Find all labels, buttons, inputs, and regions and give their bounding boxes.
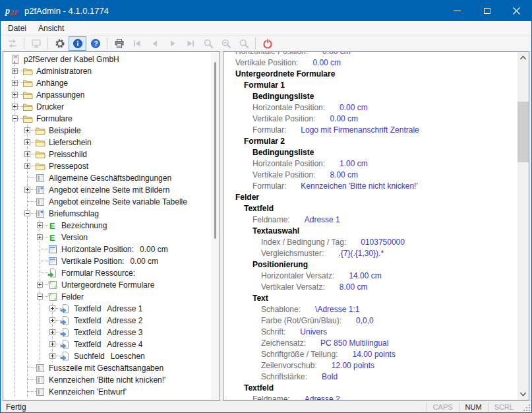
- tree-item[interactable]: Fusszeile mit Geschäftsangaben: [3, 362, 211, 374]
- detail-label: Schrift:: [261, 327, 285, 336]
- tree-item[interactable]: Formular Ressource:: [3, 267, 211, 279]
- tree-item[interactable]: Angebot einzelne Seite mit Bildern: [3, 184, 211, 196]
- expand-icon[interactable]: [37, 222, 43, 228]
- tree-item[interactable]: Anpassungen: [3, 89, 211, 101]
- tree-item[interactable]: SuchfeldLoeschen: [3, 350, 211, 362]
- tree-item-label: Bezeichnung: [61, 221, 107, 230]
- resize-grip[interactable]: [521, 402, 531, 412]
- close-button[interactable]: [502, 1, 531, 21]
- tree-item[interactable]: EBezeichnung: [3, 220, 211, 232]
- expand-icon[interactable]: [24, 187, 30, 193]
- toolbar-button-info[interactable]: [69, 36, 86, 51]
- tree-item[interactable]: Pressepost: [3, 160, 211, 172]
- scroll-down-button[interactable]: [517, 389, 529, 400]
- toolbar: ?: [1, 36, 531, 51]
- toolbar-button-help[interactable]: ?: [86, 36, 104, 51]
- toolbar-button-power[interactable]: [258, 36, 276, 51]
- detail-label: Vertikaler Versatz:: [261, 282, 325, 292]
- tree-item-label: Lieferschein: [49, 138, 92, 147]
- tree-item[interactable]: Drucker: [3, 101, 211, 113]
- toolbar-button-nav-prev[interactable]: [146, 36, 163, 51]
- toolbar-button-zoom-search[interactable]: [217, 36, 235, 51]
- tree-guide: [21, 255, 34, 267]
- tree-item[interactable]: Beispiele: [3, 125, 211, 137]
- collapse-icon[interactable]: [24, 210, 30, 216]
- tree-connector: [34, 267, 46, 279]
- expand-icon[interactable]: [49, 305, 55, 311]
- tree-item[interactable]: TextfeldAdresse 4: [3, 338, 211, 350]
- detail-value: Adresse 2: [305, 395, 340, 400]
- toolbar-button-nav-next[interactable]: [163, 36, 181, 51]
- expand-icon[interactable]: [49, 317, 55, 323]
- tree-guide: [21, 267, 34, 279]
- toolbar-button-zoom-out[interactable]: [235, 36, 252, 51]
- expand-icon[interactable]: [12, 68, 18, 74]
- expand-icon[interactable]: [24, 163, 30, 169]
- expand-icon[interactable]: [37, 234, 43, 240]
- tree-scrollbar[interactable]: [211, 53, 220, 399]
- expand-icon[interactable]: [24, 139, 30, 145]
- tree-item[interactable]: Formulare: [3, 113, 211, 125]
- detail-scrollbar[interactable]: [517, 52, 529, 400]
- tree-guide: [9, 255, 21, 267]
- menu-item-datei[interactable]: Datei: [2, 22, 32, 35]
- detail-property: Vertikaler Versatz:8.00 cm: [223, 282, 517, 293]
- tree-item[interactable]: Administratoren: [3, 65, 211, 77]
- expand-icon[interactable]: [12, 104, 18, 110]
- tree-item[interactable]: Untergeordnete Formulare: [3, 279, 211, 291]
- scroll-up-button[interactable]: [517, 52, 529, 63]
- tree-guide: [34, 315, 46, 327]
- expand-icon[interactable]: [24, 151, 30, 157]
- tree-item[interactable]: Kennzeichen 'Bitte nicht knicken!': [3, 374, 211, 386]
- tree-item[interactable]: Felder: [3, 291, 211, 303]
- expand-icon[interactable]: [49, 329, 55, 335]
- collapse-icon[interactable]: [12, 115, 18, 121]
- expand-icon[interactable]: [37, 282, 43, 288]
- tree-item[interactable]: Kennzeichen 'Entwurf': [3, 386, 211, 398]
- tree-item[interactable]: TextfeldAdresse 3: [3, 327, 211, 338]
- expand-icon[interactable]: [49, 353, 55, 359]
- expand-icon[interactable]: [12, 92, 18, 98]
- menu-item-ansicht[interactable]: Ansicht: [32, 22, 70, 35]
- toolbar-button-nav-first[interactable]: [128, 36, 146, 51]
- tree-item[interactable]: TextfeldAdresse 2: [3, 315, 211, 327]
- tree-item[interactable]: Angebot einzelne Seite variable Tabelle: [3, 196, 211, 208]
- expand-icon[interactable]: [49, 341, 55, 347]
- toolbar-button-print[interactable]: [110, 36, 128, 51]
- toolbar-button-transfer[interactable]: [3, 36, 21, 51]
- minimize-button[interactable]: [442, 1, 472, 21]
- zoom-search-icon: [221, 38, 231, 49]
- maximize-button[interactable]: [472, 1, 502, 21]
- expand-icon[interactable]: [12, 80, 18, 86]
- tree-scrollbar-thumb[interactable]: [214, 62, 216, 239]
- expand-icon[interactable]: [24, 127, 30, 133]
- tree-item[interactable]: Horizontale Position:0.00 cm: [3, 243, 211, 255]
- toolbar-button-monitor[interactable]: [27, 36, 45, 51]
- svg-text:?: ?: [94, 40, 98, 47]
- tree-item[interactable]: p2fServer der Kabel GmbH: [3, 53, 211, 65]
- toolbar-separator: [24, 38, 24, 49]
- tree-item[interactable]: Vertikale Position:0.00 cm: [3, 255, 211, 267]
- tree-item[interactable]: Preisschild: [3, 148, 211, 160]
- toolbar-button-settings[interactable]: [51, 36, 69, 51]
- detail-scrollbar-thumb[interactable]: [517, 102, 529, 162]
- tree-guide: [34, 350, 46, 362]
- tree-item[interactable]: Allgemeine Geschäftsbedingungen: [3, 172, 211, 184]
- folder-icon: [35, 149, 45, 160]
- tree-item[interactable]: Anhänge: [3, 77, 211, 89]
- tree-item[interactable]: Briefumschlag: [3, 208, 211, 220]
- app-logo-icon: p 2F: [5, 5, 22, 18]
- tree-guide: [9, 125, 21, 137]
- collapse-icon[interactable]: [37, 294, 43, 300]
- tree-item[interactable]: EVersion: [3, 232, 211, 243]
- toolbar-button-zoom-in[interactable]: [199, 36, 217, 51]
- tree-item-value: Loeschen: [111, 352, 145, 361]
- tree-connector: [46, 303, 59, 315]
- toolbar-button-nav-last[interactable]: [181, 36, 199, 51]
- tree-item[interactable]: TextfeldAdresse 1: [3, 303, 211, 315]
- keyboard-indicator-caps: CAPS: [427, 402, 459, 412]
- tree-item-value: 0.00 cm: [140, 245, 168, 254]
- tree-item-value: Adresse 2: [107, 316, 142, 325]
- tree-item[interactable]: Lieferschein: [3, 137, 211, 148]
- tree-guide: [9, 315, 21, 327]
